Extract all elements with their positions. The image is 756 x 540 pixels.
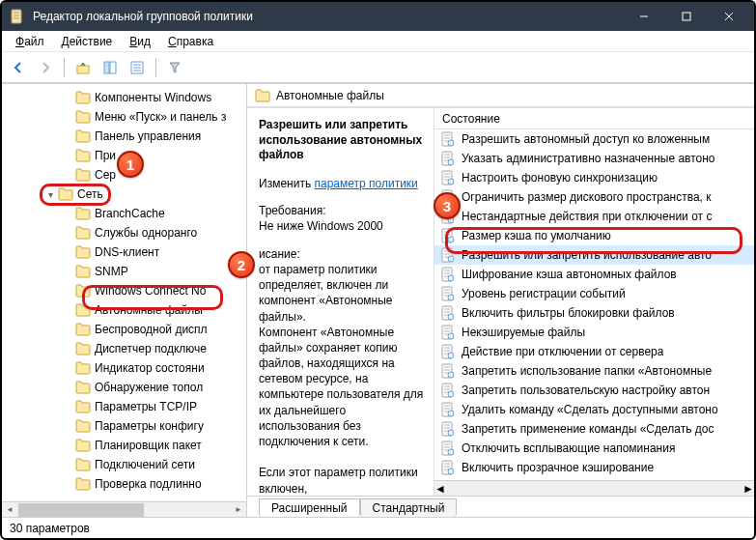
menu-help[interactable]: Справка (160, 33, 221, 50)
up-button[interactable] (72, 57, 94, 78)
menu-file[interactable]: Файл (8, 33, 52, 50)
policy-list-item[interactable]: Настроить фоновую синхронизацию (434, 168, 754, 187)
tree-item[interactable]: Параметры конфигу (2, 416, 246, 436)
svg-rect-10 (110, 62, 116, 73)
policy-list-item[interactable]: Включить фильтры блокировки файлов (434, 303, 754, 323)
policy-list-item[interactable]: Нестандартные действия при отключении от… (434, 207, 754, 226)
tree-horizontal-scrollbar[interactable]: ◄ ► (2, 501, 246, 517)
policy-list-item[interactable]: Некэшируемые файлы (434, 323, 754, 342)
tree-item[interactable]: Службы одноранго (2, 223, 246, 242)
tree-item[interactable]: Windows Connect No (2, 281, 246, 300)
policy-list-item[interactable]: Указать административно назначенные авто… (434, 149, 754, 168)
policy-list-item[interactable]: Запретить использование папки «Автономны… (434, 361, 754, 381)
policy-list-item[interactable]: Отключить всплывающие напоминания (434, 439, 754, 458)
tree-item[interactable]: Параметры TCP/IP (2, 397, 246, 416)
tree-item[interactable]: Автономные файлы (2, 300, 246, 320)
policy-icon (440, 441, 456, 456)
back-button[interactable] (8, 57, 29, 78)
policy-list-item[interactable]: Уровень регистрации событий (434, 284, 754, 303)
policy-icon (440, 363, 456, 379)
tree-item[interactable]: BranchCache (2, 204, 246, 223)
tree-item[interactable]: Беспроводной диспл (2, 320, 246, 339)
svg-point-59 (448, 295, 454, 300)
folder-icon (58, 187, 73, 201)
tree-item[interactable]: Панель управления (2, 127, 246, 146)
policy-list-item[interactable]: Запретить пользовательскую настройку авт… (434, 381, 754, 400)
folder-icon (75, 439, 91, 452)
tree-item-label: Автономные файлы (95, 303, 203, 317)
policy-item-label: Некэшируемые файлы (462, 326, 585, 339)
tree-item[interactable]: Обнаружение топол (2, 378, 246, 397)
tree-item-label: Windows Connect No (95, 284, 206, 298)
policy-item-label: Шифрование кэша автономных файлов (462, 268, 677, 281)
expand-icon[interactable]: ▾ (44, 189, 56, 200)
policy-list[interactable]: Разрешить автономный доступ ко вложенным… (434, 129, 754, 480)
policy-list-item[interactable]: Разрешить или запретить использование ав… (434, 245, 754, 265)
list-header[interactable]: Состояние (434, 108, 754, 129)
maximize-button[interactable] (665, 2, 708, 31)
folder-icon (75, 226, 91, 240)
badge-1: 1 (117, 151, 144, 178)
menu-action[interactable]: Действие (54, 33, 121, 50)
policy-icon (440, 305, 456, 321)
tree-item-label: Диспетчер подключе (95, 342, 207, 355)
policy-list-item[interactable]: Разрешить автономный доступ ко вложенным (434, 129, 754, 149)
column-state[interactable]: Состояние (434, 112, 508, 126)
forward-button[interactable] (35, 57, 56, 78)
svg-point-99 (448, 449, 454, 455)
folder-icon (75, 477, 91, 491)
tab-extended[interactable]: Расширенный (259, 498, 360, 517)
policy-list-item[interactable]: Запретить применение команды «Сделать до… (434, 419, 754, 439)
folder-icon (75, 361, 91, 375)
policy-icon (440, 383, 456, 398)
svg-point-24 (448, 159, 454, 165)
policy-item-label: Удалить команду «Сделать доступными авто… (462, 403, 718, 416)
close-button[interactable] (708, 2, 750, 31)
edit-label: Изменить (259, 177, 311, 190)
policy-item-label: Действие при отключении от сервера (462, 345, 663, 358)
tree-item[interactable]: Компоненты Windows (2, 88, 246, 107)
edit-policy-link[interactable]: параметр политики (314, 177, 417, 190)
tree-item[interactable]: Индикатор состояни (2, 358, 246, 378)
minimize-button[interactable] (623, 2, 665, 31)
tree-item[interactable]: Меню «Пуск» и панель з (2, 107, 246, 127)
show-hide-tree-button[interactable] (99, 57, 121, 78)
policy-item-label: Указать административно назначенные авто… (462, 152, 715, 165)
folder-icon (75, 245, 91, 259)
statusbar: 30 параметров (2, 517, 754, 538)
policy-list-item[interactable]: Шифрование кэша автономных файлов (434, 265, 754, 284)
svg-point-49 (448, 256, 454, 262)
svg-rect-5 (683, 13, 690, 20)
folder-icon (75, 381, 91, 394)
tree[interactable]: Компоненты WindowsМеню «Пуск» и панель з… (2, 84, 246, 501)
description-column: Разрешить или запретить использование ав… (247, 108, 434, 496)
filter-button[interactable] (164, 57, 185, 78)
folder-icon (75, 91, 91, 104)
tree-item[interactable]: SNMP (2, 262, 246, 281)
menu-view[interactable]: Вид (122, 33, 158, 50)
policy-item-label: Запретить использование папки «Автономны… (462, 364, 712, 378)
policy-list-item[interactable]: Ограничить размер дискового пространства… (434, 187, 754, 207)
tree-item[interactable]: Подключений сети (2, 455, 246, 474)
tree-item[interactable]: DNS-клиент (2, 242, 246, 262)
tree-item[interactable]: Проверка подлинно (2, 474, 246, 494)
policy-list-item[interactable]: Действие при отключении от сервера (434, 342, 754, 361)
right-pane-header: Автономные файлы (247, 84, 754, 107)
list-horizontal-scrollbar[interactable]: ◄ ► (434, 480, 754, 496)
policy-list-item[interactable]: Включить прозрачное кэширование (434, 458, 754, 477)
policy-list-item[interactable]: Удалить команду «Сделать доступными авто… (434, 400, 754, 419)
tree-item[interactable]: Диспетчер подключе (2, 339, 246, 358)
tab-standard[interactable]: Стандартный (360, 498, 458, 517)
properties-button[interactable] (126, 57, 148, 78)
folder-icon (255, 89, 270, 102)
tree-item-label: Параметры конфигу (95, 419, 204, 433)
tree-pane: Компоненты WindowsМеню «Пуск» и панель з… (2, 84, 247, 517)
tree-item[interactable]: ▾Сеть (2, 185, 246, 204)
policy-icon (440, 170, 456, 185)
tree-item[interactable]: Планировщик пакет (2, 436, 246, 455)
svg-point-89 (448, 411, 454, 416)
folder-icon (75, 265, 91, 278)
description-body: исание: от параметр политики определяет,… (259, 246, 424, 496)
menubar: Файл Действие Вид Справка (2, 31, 754, 52)
policy-list-item[interactable]: Размер кэша по умолчанию (434, 226, 754, 245)
